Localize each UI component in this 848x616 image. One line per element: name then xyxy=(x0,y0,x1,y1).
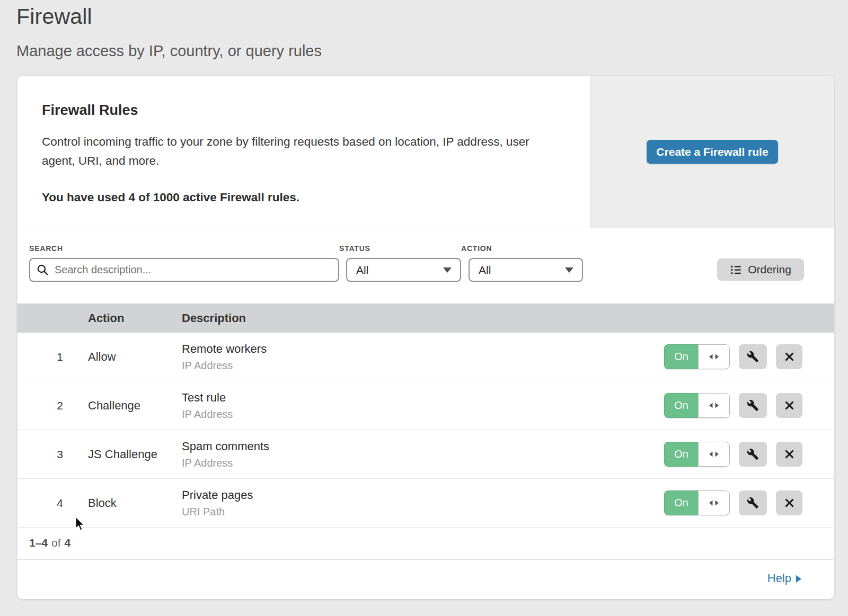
pagination-of: of xyxy=(51,537,61,549)
rule-priority: 3 xyxy=(17,448,88,461)
firewall-rules-card: Firewall Rules Control incoming traffic … xyxy=(17,76,834,599)
delete-rule-button[interactable] xyxy=(776,490,802,515)
delete-rule-button[interactable] xyxy=(776,442,802,467)
action-filter-group: ACTION All xyxy=(461,244,583,282)
close-icon xyxy=(784,449,795,460)
create-rule-panel: Create a Firewall rule xyxy=(590,76,834,228)
status-label: STATUS xyxy=(339,244,461,253)
rule-description: Remote workers xyxy=(182,342,664,356)
pagination: 1–4of4 xyxy=(17,528,834,560)
rule-match-field: URI Path xyxy=(182,506,664,518)
toggle-on-label: On xyxy=(664,393,698,418)
rule-action: Block xyxy=(88,496,182,510)
help-row: Help xyxy=(17,560,834,599)
help-link-label: Help xyxy=(767,572,791,585)
toggle-drag-handle[interactable] xyxy=(698,344,730,369)
rule-controls: On xyxy=(664,344,834,369)
edit-rule-button[interactable] xyxy=(739,490,767,515)
wrench-icon xyxy=(747,497,759,509)
create-firewall-rule-button[interactable]: Create a Firewall rule xyxy=(647,140,778,164)
table-row: 2 Challenge Test rule IP Address On xyxy=(17,381,834,430)
left-right-arrows-icon xyxy=(708,451,720,458)
help-arrow-icon xyxy=(796,575,801,583)
edit-rule-button[interactable] xyxy=(739,442,767,467)
overview-heading: Firewall Rules xyxy=(42,102,558,119)
pagination-range: 1–4 xyxy=(29,537,48,549)
ordering-button[interactable]: Ordering xyxy=(717,258,804,281)
overview-section: Firewall Rules Control incoming traffic … xyxy=(17,76,834,228)
list-icon xyxy=(730,264,742,276)
page-title: Firewall xyxy=(16,4,92,29)
toggle-drag-handle[interactable] xyxy=(698,490,730,515)
rule-description-cell: Spam comments IP Address xyxy=(182,440,664,469)
chevron-down-icon xyxy=(443,267,452,273)
close-icon xyxy=(784,400,795,411)
rule-priority: 2 xyxy=(17,399,88,412)
status-select[interactable]: All xyxy=(346,258,461,282)
delete-rule-button[interactable] xyxy=(776,344,802,369)
filters-bar: SEARCH STATUS All ACTION All xyxy=(17,228,834,303)
rule-match-field: IP Address xyxy=(182,360,664,372)
status-selected-value: All xyxy=(356,264,368,276)
action-column-header: Action xyxy=(88,311,182,325)
delete-rule-button[interactable] xyxy=(776,393,802,418)
chevron-down-icon xyxy=(565,267,573,273)
left-right-arrows-icon xyxy=(708,353,720,360)
pagination-total: 4 xyxy=(65,537,71,549)
firewall-page: { "page": { "title": "Firewall", "subtit… xyxy=(0,0,848,616)
search-filter-group: SEARCH xyxy=(29,244,339,282)
table-header: Action Description xyxy=(17,303,834,333)
rule-action: Allow xyxy=(88,350,182,364)
table-row: 3 JS Challenge Spam comments IP Address … xyxy=(17,430,834,479)
rule-match-field: IP Address xyxy=(182,408,664,421)
close-icon xyxy=(784,351,795,362)
toggle-on-label: On xyxy=(664,344,698,369)
rule-controls: On xyxy=(664,490,834,515)
rule-controls: On xyxy=(664,442,834,467)
status-filter-group: STATUS All xyxy=(339,244,461,282)
description-column-header: Description xyxy=(182,311,664,325)
action-label: ACTION xyxy=(461,244,583,253)
wrench-icon xyxy=(747,399,759,412)
rule-description: Spam comments xyxy=(182,440,664,453)
wrench-icon xyxy=(747,448,759,460)
rule-controls: On xyxy=(664,393,834,418)
wrench-icon xyxy=(747,351,759,363)
toggle-drag-handle[interactable] xyxy=(698,393,730,418)
action-select[interactable]: All xyxy=(469,258,583,282)
table-row: 4 Block Private pages URI Path On xyxy=(17,479,834,528)
rule-description-cell: Remote workers IP Address xyxy=(182,342,664,372)
left-right-arrows-icon xyxy=(708,499,720,506)
search-icon xyxy=(36,263,49,279)
rule-priority: 1 xyxy=(17,351,88,363)
close-icon xyxy=(784,497,795,508)
search-input[interactable] xyxy=(29,258,339,282)
table-row: 1 Allow Remote workers IP Address On xyxy=(17,333,834,381)
search-label: SEARCH xyxy=(29,244,339,253)
rule-action: JS Challenge xyxy=(88,448,182,461)
rule-description: Test rule xyxy=(182,391,664,405)
edit-rule-button[interactable] xyxy=(739,393,767,418)
help-link[interactable]: Help xyxy=(767,572,801,585)
overview-text-panel: Firewall Rules Control incoming traffic … xyxy=(17,76,590,228)
usage-note: You have used 4 of 1000 active Firewall … xyxy=(42,191,558,204)
rule-action: Challenge xyxy=(88,399,182,413)
rule-enabled-toggle[interactable]: On xyxy=(664,442,730,467)
rule-description-cell: Test rule IP Address xyxy=(182,391,664,421)
rule-description: Private pages xyxy=(182,488,664,502)
edit-rule-button[interactable] xyxy=(739,344,767,369)
rule-enabled-toggle[interactable]: On xyxy=(664,344,730,369)
toggle-drag-handle[interactable] xyxy=(698,442,730,467)
rule-enabled-toggle[interactable]: On xyxy=(664,490,730,515)
toggle-on-label: On xyxy=(664,490,698,515)
search-field-wrap xyxy=(29,258,339,282)
overview-description: Control incoming traffic to your zone by… xyxy=(42,132,545,171)
rule-description-cell: Private pages URI Path xyxy=(182,488,664,518)
rule-enabled-toggle[interactable]: On xyxy=(664,393,730,418)
left-right-arrows-icon xyxy=(708,402,720,409)
ordering-button-label: Ordering xyxy=(748,263,791,276)
rule-match-field: IP Address xyxy=(182,457,664,469)
page-subtitle: Manage access by IP, country, or query r… xyxy=(16,42,322,60)
rule-priority: 4 xyxy=(17,497,88,510)
action-selected-value: All xyxy=(479,264,491,276)
